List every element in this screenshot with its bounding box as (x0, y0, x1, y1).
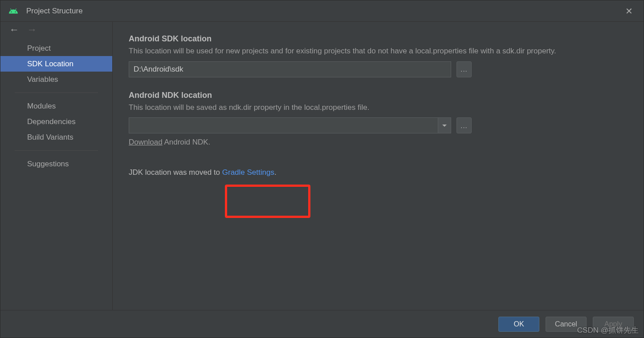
ndk-location-input[interactable] (129, 117, 438, 133)
apply-button[interactable]: Apply (593, 317, 634, 332)
jdk-moved-line: JDK location was moved to Gradle Setting… (129, 168, 626, 177)
sidebar-item-dependencies[interactable]: Dependencies (0, 114, 112, 129)
close-icon[interactable]: ✕ (623, 4, 636, 18)
android-logo-icon (8, 6, 18, 16)
sidebar-item-modules[interactable]: Modules (0, 98, 112, 114)
jdk-suffix: . (274, 168, 277, 177)
window-title: Project Structure (26, 7, 623, 16)
sdk-location-input[interactable] (129, 61, 451, 77)
ndk-download-line: Download Android NDK. (129, 138, 626, 147)
gradle-settings-link[interactable]: Gradle Settings (222, 168, 274, 177)
ndk-download-suffix: Android NDK. (163, 138, 211, 146)
ndk-desc: This location will be saved as ndk.dir p… (129, 102, 626, 113)
back-arrow-icon[interactable]: ← (9, 24, 19, 36)
sidebar: ← → ProjectSDK LocationVariablesModulesD… (0, 22, 113, 310)
sidebar-item-suggestions[interactable]: Suggestions (0, 156, 112, 172)
nav-list: ProjectSDK LocationVariablesModulesDepen… (0, 38, 112, 172)
project-structure-window: Project Structure ✕ ← → ProjectSDK Locat… (0, 0, 644, 338)
sidebar-item-variables[interactable]: Variables (0, 72, 112, 87)
sidebar-item-build-variants[interactable]: Build Variants (0, 129, 112, 145)
sdk-section: Android SDK location This location will … (129, 34, 626, 77)
footer: OK Cancel Apply (0, 310, 644, 338)
chevron-down-icon (442, 125, 447, 127)
ndk-download-link[interactable]: Download (129, 138, 163, 146)
nav-separator (15, 93, 98, 93)
sdk-desc: This location will be used for new proje… (129, 45, 626, 57)
main-panel: Android SDK location This location will … (113, 22, 644, 310)
ndk-browse-button[interactable]: ... (457, 117, 472, 133)
sidebar-item-project[interactable]: Project (0, 40, 112, 56)
forward-arrow-icon[interactable]: → (27, 24, 37, 36)
sdk-browse-button[interactable]: ... (457, 61, 472, 77)
ndk-section: Android NDK location This location will … (129, 91, 626, 147)
nav-arrows: ← → (0, 22, 112, 38)
sidebar-item-sdk-location[interactable]: SDK Location (0, 56, 112, 72)
ok-button[interactable]: OK (498, 317, 539, 332)
titlebar: Project Structure ✕ (0, 0, 644, 22)
jdk-prefix: JDK location was moved to (129, 168, 222, 177)
cancel-button[interactable]: Cancel (546, 317, 587, 332)
ndk-dropdown-button[interactable] (438, 117, 451, 133)
ndk-title: Android NDK location (129, 91, 626, 100)
sdk-title: Android SDK location (129, 34, 626, 44)
nav-separator (15, 150, 98, 151)
